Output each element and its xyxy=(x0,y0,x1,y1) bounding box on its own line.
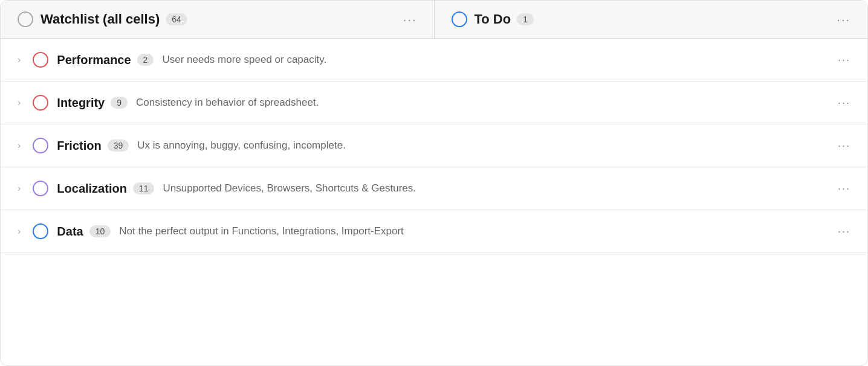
tab-watchlist[interactable]: Watchlist (all cells) 64 ··· xyxy=(1,1,435,38)
chevron-icon: › xyxy=(18,97,21,108)
row-friction[interactable]: › Friction 39 Ux is annoying, buggy, con… xyxy=(1,124,867,167)
performance-desc: User needs more speed or capacity. xyxy=(162,54,828,66)
chevron-icon: › xyxy=(18,54,21,65)
integrity-more[interactable]: ··· xyxy=(838,97,850,109)
performance-badge: 2 xyxy=(137,54,154,66)
friction-more[interactable]: ··· xyxy=(838,140,850,152)
data-badge: 10 xyxy=(89,225,111,237)
rows-list: › Performance 2 User needs more speed or… xyxy=(1,39,867,253)
main-container: Watchlist (all cells) 64 ··· To Do 1 ···… xyxy=(0,0,868,366)
tab-todo[interactable]: To Do 1 ··· xyxy=(435,1,868,38)
data-status-icon xyxy=(33,223,48,239)
friction-status-icon xyxy=(33,138,48,153)
watchlist-tab-badge: 64 xyxy=(166,13,187,25)
integrity-desc: Consistency in behavior of spreadsheet. xyxy=(136,97,828,109)
integrity-status-icon xyxy=(33,95,48,111)
localization-desc: Unsupported Devices, Browsers, Shortcuts… xyxy=(163,182,828,194)
todo-tab-badge: 1 xyxy=(517,13,534,25)
localization-label: Localization xyxy=(57,182,127,196)
watchlist-tab-more[interactable]: ··· xyxy=(403,13,417,27)
data-more[interactable]: ··· xyxy=(838,225,850,238)
performance-label: Performance xyxy=(57,53,131,67)
friction-desc: Ux is annoying, buggy, confusing, incomp… xyxy=(137,140,828,152)
data-desc: Not the perfect output in Functions, Int… xyxy=(119,225,828,237)
friction-badge: 39 xyxy=(108,140,129,152)
row-data[interactable]: › Data 10 Not the perfect output in Func… xyxy=(1,210,867,253)
watchlist-circle-icon xyxy=(18,11,33,27)
chevron-icon: › xyxy=(18,140,21,151)
localization-status-icon xyxy=(33,181,48,196)
row-integrity[interactable]: › Integrity 9 Consistency in behavior of… xyxy=(1,82,867,124)
header-tabs: Watchlist (all cells) 64 ··· To Do 1 ··· xyxy=(1,1,867,39)
todo-tab-title: To Do xyxy=(474,11,511,27)
row-localization[interactable]: › Localization 11 Unsupported Devices, B… xyxy=(1,167,867,210)
performance-more[interactable]: ··· xyxy=(838,54,850,66)
row-performance[interactable]: › Performance 2 User needs more speed or… xyxy=(1,39,867,82)
chevron-icon: › xyxy=(18,226,21,237)
todo-circle-icon xyxy=(452,11,467,27)
todo-tab-more[interactable]: ··· xyxy=(837,13,850,27)
integrity-badge: 9 xyxy=(111,97,128,109)
performance-status-icon xyxy=(33,52,48,68)
chevron-icon: › xyxy=(18,183,21,194)
friction-label: Friction xyxy=(57,139,101,153)
localization-badge: 11 xyxy=(133,182,155,194)
data-label: Data xyxy=(57,225,83,239)
localization-more[interactable]: ··· xyxy=(838,182,850,195)
watchlist-tab-title: Watchlist (all cells) xyxy=(40,11,160,27)
integrity-label: Integrity xyxy=(57,96,105,110)
